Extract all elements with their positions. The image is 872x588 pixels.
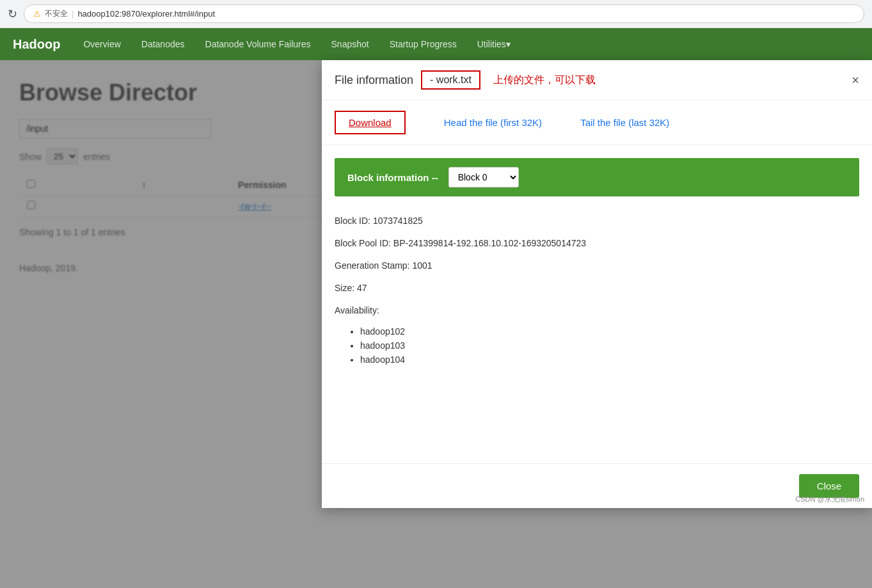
url-text: hadoop102:9870/explorer.html#/input (77, 9, 215, 19)
security-label: 不安全 (45, 8, 68, 19)
separator: | (72, 9, 74, 19)
availability-list: hadoop102 hadoop103 hadoop104 (335, 326, 859, 365)
refresh-button[interactable]: ↻ (8, 7, 17, 21)
modal-close-button[interactable]: × (852, 74, 859, 86)
navbar: Hadoop Overview Datanodes Datanode Volum… (0, 28, 872, 60)
nav-item-snapshot[interactable]: Snapshot (321, 28, 379, 60)
list-item: hadoop103 (360, 340, 859, 351)
head-file-button[interactable]: Head the file (first 32K) (444, 117, 542, 128)
nav-item-volume-failures[interactable]: Datanode Volume Failures (195, 28, 321, 60)
tail-file-button[interactable]: Tail the file (last 32K) (580, 117, 669, 128)
block-details: Block ID: 1073741825 Block Pool ID: BP-2… (322, 209, 872, 381)
modal-title: File information (335, 74, 413, 87)
list-item: hadoop104 (360, 354, 859, 365)
block-info-title: Block information -- (347, 172, 438, 183)
warning-icon: ⚠ (33, 9, 41, 19)
block-select[interactable]: Block 0 (448, 167, 519, 187)
nav-item-utilities[interactable]: Utilities (467, 28, 521, 60)
modal-header: File information - work.txt 上传的文件，可以下载 × (322, 60, 872, 100)
main-area: Browse Director Show 25 entries ↕ Permis… (0, 60, 872, 588)
modal-overlay: File information - work.txt 上传的文件，可以下载 ×… (0, 60, 872, 588)
watermark: CSDN @水无痕simon (795, 495, 864, 504)
block-id-row: Block ID: 1073741825 (335, 214, 859, 228)
modal-footer: Close (322, 463, 872, 508)
nav-item-overview[interactable]: Overview (73, 28, 131, 60)
generation-stamp-row: Generation Stamp: 1001 (335, 259, 859, 273)
nav-brand[interactable]: Hadoop (13, 37, 60, 52)
modal: File information - work.txt 上传的文件，可以下载 ×… (322, 60, 872, 508)
browser-chrome: ↻ ⚠ 不安全 | hadoop102:9870/explorer.html#/… (0, 0, 872, 28)
list-item: hadoop102 (360, 326, 859, 337)
modal-filename: - work.txt (421, 70, 480, 90)
modal-annotation: 上传的文件，可以下载 (493, 74, 596, 87)
modal-actions: Download Head the file (first 32K) Tail … (322, 100, 872, 145)
nav-item-datanodes[interactable]: Datanodes (131, 28, 195, 60)
address-bar: ⚠ 不安全 | hadoop102:9870/explorer.html#/in… (24, 4, 864, 23)
block-info-header: Block information -- Block 0 (335, 158, 859, 196)
block-pool-row: Block Pool ID: BP-241399814-192.168.10.1… (335, 237, 859, 250)
size-row: Size: 47 (335, 282, 859, 295)
nav-item-startup[interactable]: Startup Progress (379, 28, 467, 60)
download-button[interactable]: Download (335, 111, 406, 134)
availability-label: Availability: (335, 304, 859, 317)
